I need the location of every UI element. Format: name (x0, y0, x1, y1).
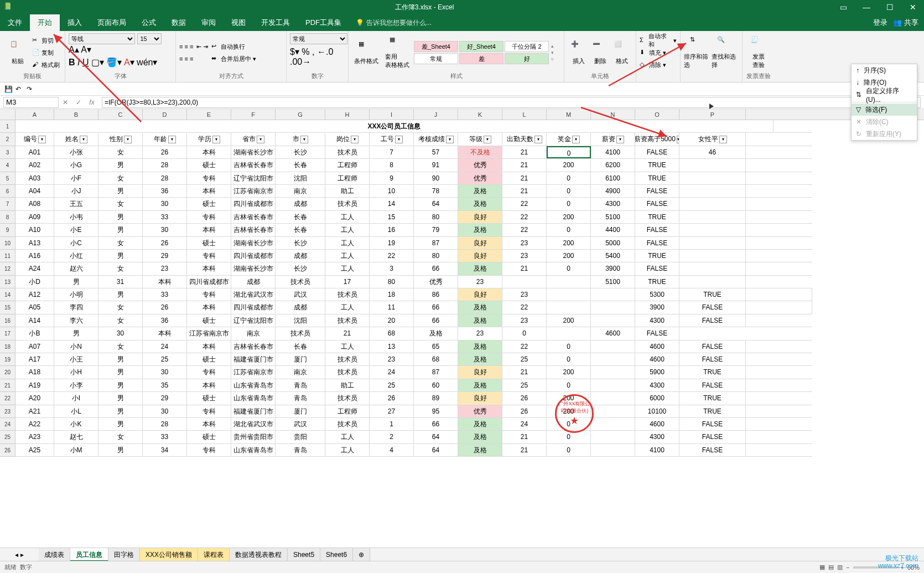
filter-icon[interactable]: ▾ (257, 136, 264, 143)
data-cell[interactable]: 87 (414, 366, 458, 378)
data-cell[interactable]: 赵七 (54, 431, 98, 443)
data-cell[interactable]: FALSE (679, 301, 746, 313)
data-cell[interactable] (591, 392, 635, 404)
data-cell[interactable]: FALSE (635, 262, 679, 275)
data-cell[interactable]: A13 (15, 237, 54, 249)
data-cell[interactable]: A25 (15, 444, 54, 456)
percent-button[interactable]: % (302, 47, 309, 56)
data-cell[interactable]: 武汉 (276, 288, 325, 301)
data-cell[interactable]: 成都 (276, 301, 325, 313)
data-cell[interactable]: 及格 (458, 224, 502, 236)
data-cell[interactable]: 33 (143, 431, 187, 443)
data-cell[interactable]: 7 (370, 146, 414, 158)
save-icon[interactable]: 💾 (4, 85, 12, 93)
data-cell[interactable]: 30 (143, 224, 187, 236)
cut-button[interactable]: ✂剪切 (32, 35, 60, 46)
data-cell[interactable]: 22 (502, 301, 547, 313)
header-cell[interactable]: 姓名▾ (54, 133, 98, 145)
style-cell-4[interactable]: 差 (459, 53, 503, 64)
data-cell[interactable]: A20 (15, 392, 54, 404)
col-header[interactable]: J (414, 109, 458, 120)
data-cell[interactable]: 男 (98, 159, 143, 171)
menu-6[interactable]: 审阅 (194, 14, 224, 31)
data-cell[interactable]: 21 (502, 431, 547, 443)
comma-button[interactable]: , (312, 47, 314, 56)
data-cell[interactable]: 4600 (635, 353, 679, 365)
filter-icon[interactable]: ▾ (38, 136, 46, 143)
maximize-icon[interactable]: ☐ (879, 3, 901, 12)
data-cell[interactable]: 21 (502, 366, 547, 378)
sheet-tab[interactable]: 成绩表 (39, 548, 70, 561)
data-cell[interactable]: 工程师 (325, 405, 370, 417)
data-cell[interactable]: 4100 (591, 146, 635, 158)
font-size-combo[interactable]: 15 (137, 33, 162, 44)
data-cell[interactable]: A04 (15, 185, 54, 197)
data-cell[interactable]: 长春 (276, 211, 325, 223)
data-cell[interactable]: 及格 (458, 301, 502, 313)
data-cell[interactable]: 良好 (458, 366, 502, 378)
data-cell[interactable]: 5900 (635, 366, 679, 378)
data-cell[interactable]: 28 (143, 418, 187, 430)
data-cell[interactable]: TRUE (679, 288, 746, 301)
data-cell[interactable]: 65 (414, 340, 458, 353)
data-cell[interactable]: 0 (502, 327, 547, 339)
filter-icon[interactable]: ▾ (534, 136, 542, 143)
col-header[interactable]: C (98, 109, 143, 120)
data-cell[interactable]: 男 (98, 353, 143, 365)
data-cell[interactable]: 5100 (591, 211, 635, 223)
data-cell[interactable]: 工程师 (325, 172, 370, 184)
data-cell[interactable]: A14 (15, 314, 54, 327)
menu-3[interactable]: 页面布局 (90, 14, 134, 31)
wrap-text-button[interactable]: ↩自动换行 (211, 41, 256, 52)
data-cell[interactable]: 良好 (458, 211, 502, 223)
data-cell[interactable]: 女 (98, 301, 143, 313)
tab-nav-icons[interactable]: ◂ ▸ (0, 551, 39, 559)
data-cell[interactable]: 10100 (635, 405, 679, 417)
data-cell[interactable]: 小B (15, 327, 54, 339)
data-cell[interactable]: 本科 (187, 379, 231, 391)
data-cell[interactable]: 良好 (458, 392, 502, 404)
view-normal-icon[interactable]: ▦ (819, 564, 825, 571)
data-cell[interactable]: 200 (547, 366, 591, 378)
data-cell[interactable]: 0 (547, 185, 591, 197)
data-cell[interactable]: 成都 (231, 276, 276, 288)
data-cell[interactable]: 小J (54, 185, 98, 197)
data-cell[interactable]: 66 (414, 314, 458, 327)
insert-cells-button[interactable]: ➕插入 (568, 40, 589, 65)
data-cell[interactable]: 11 (370, 301, 414, 313)
data-cell[interactable]: 小F (54, 172, 98, 184)
menu-4[interactable]: 公式 (134, 14, 164, 31)
style-cell-1[interactable]: 好_Sheet4 (459, 41, 503, 52)
data-cell[interactable]: 0 (547, 444, 591, 456)
align-top-row[interactable]: ≡ ≡ ≡ (179, 41, 193, 52)
data-cell[interactable]: 良好 (458, 237, 502, 249)
data-cell[interactable]: 小M (54, 444, 98, 456)
data-cell[interactable]: 35 (143, 379, 187, 391)
data-cell[interactable]: 26 (143, 237, 187, 249)
data-cell[interactable]: 技术员 (276, 327, 325, 339)
data-cell[interactable]: 90 (414, 172, 458, 184)
header-cell[interactable]: 省市▾ (231, 133, 276, 145)
col-header[interactable]: B (54, 109, 98, 120)
format-painter-button[interactable]: 🖌格式刷 (32, 59, 60, 70)
data-cell[interactable]: 91 (414, 159, 458, 171)
minimize-icon[interactable]: — (855, 3, 878, 12)
data-cell[interactable]: 0 (547, 340, 591, 353)
data-cell[interactable]: 24 (502, 418, 547, 430)
data-cell[interactable]: 湖北省武汉市 (231, 418, 276, 430)
data-cell[interactable]: 4900 (591, 185, 635, 197)
data-cell[interactable]: 26 (502, 392, 547, 404)
data-cell[interactable]: 4300 (635, 431, 679, 443)
data-cell[interactable]: 山东省青岛市 (231, 444, 276, 456)
data-cell[interactable]: 小G (54, 159, 98, 171)
data-cell[interactable]: 及格 (458, 185, 502, 197)
data-cell[interactable]: 山东省青岛市 (231, 379, 276, 391)
data-cell[interactable]: 15 (370, 211, 414, 223)
data-cell[interactable]: 21 (502, 159, 547, 171)
data-cell[interactable]: 31 (98, 276, 143, 288)
data-cell[interactable]: 女 (98, 146, 143, 158)
data-cell[interactable]: FALSE (679, 431, 746, 443)
style-cell-5[interactable]: 好 (505, 53, 549, 64)
data-cell[interactable]: 四川省成都市 (231, 250, 276, 262)
data-cell[interactable]: 辽宁省沈阳市 (231, 314, 276, 327)
